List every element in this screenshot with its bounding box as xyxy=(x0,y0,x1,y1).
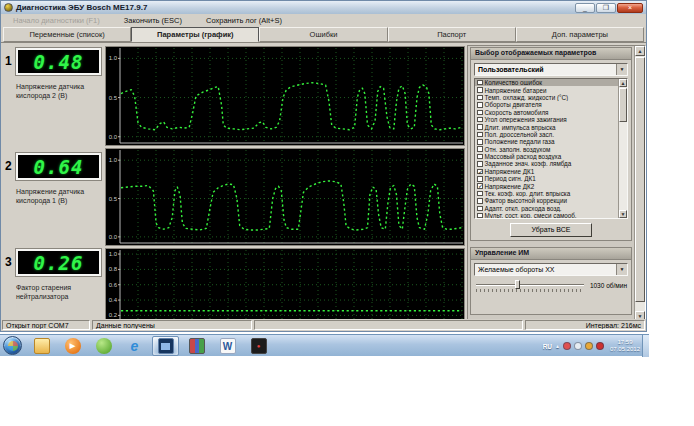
parameter-label: Напряжение батареи xyxy=(485,87,547,94)
parameter-label: Скорость автомобиля xyxy=(485,109,549,116)
status-bar: Открыт порт COM7 Данные получены Интерва… xyxy=(1,319,646,331)
system-tray: RU ▲ 17:59 07.05.2012 xyxy=(543,335,640,357)
checkbox[interactable] xyxy=(477,198,483,204)
checkbox[interactable] xyxy=(477,80,483,86)
volume-icon[interactable] xyxy=(574,342,582,350)
checkbox-checked[interactable]: ✓ xyxy=(477,169,483,175)
parameter-row-17[interactable]: Адапт. откл. расхода возд. xyxy=(475,205,627,212)
taskbar-item-browser[interactable]: e xyxy=(121,336,148,356)
taskbar-item-word[interactable]: W xyxy=(214,336,241,356)
parameter-row-10[interactable]: Массовый расход воздуха xyxy=(475,153,627,160)
actuator-dropdown[interactable]: Желаемые обороты XX ▼ xyxy=(474,263,628,276)
tab-4[interactable]: Доп. параметры xyxy=(516,27,644,42)
status-interval: Интервал: 216мс xyxy=(525,320,645,330)
start-button[interactable] xyxy=(3,336,22,355)
checkbox[interactable] xyxy=(477,124,483,130)
tab-1[interactable]: Параметры (график) xyxy=(131,27,259,42)
checkbox[interactable] xyxy=(477,213,483,219)
close-button[interactable]: × xyxy=(617,3,643,13)
utility-icon xyxy=(96,338,112,354)
menu-item-1[interactable]: Закончить (ESC) xyxy=(112,16,194,25)
parameter-label: Фактор высотной коррекции xyxy=(485,197,568,204)
list-scrollbar[interactable]: ▲ ▼ xyxy=(618,79,627,218)
rpm-slider[interactable] xyxy=(476,280,584,294)
parameter-label: Положение педали газа xyxy=(485,138,555,145)
hidden-icons-icon[interactable]: ▲ xyxy=(555,343,560,349)
titlebar[interactable]: Диагностика ЭБУ Bosch ME17.9.7 _ ❐ × xyxy=(1,1,646,14)
checkbox[interactable] xyxy=(477,176,483,182)
checkbox-checked[interactable]: ✓ xyxy=(477,183,483,189)
taskbar-item-ecu-tool[interactable]: ● xyxy=(245,336,272,356)
parameter-row-0[interactable]: Количество ошибок xyxy=(475,79,627,86)
parameter-row-15[interactable]: Тек. коэф. кор. длит. впрыска xyxy=(475,190,627,197)
checkbox[interactable] xyxy=(477,206,483,212)
checkbox[interactable] xyxy=(477,154,483,160)
show-desktop-button[interactable] xyxy=(642,335,649,357)
parameter-row-18[interactable]: Мульт. сост. кор. смеси самооб. xyxy=(475,212,627,219)
diagnostic-app-icon xyxy=(158,338,174,354)
minimize-button[interactable]: _ xyxy=(575,3,595,13)
window-title: Диагностика ЭБУ Bosch ME17.9.7 xyxy=(16,3,147,12)
winrar-icon xyxy=(189,338,205,354)
checkbox[interactable] xyxy=(477,102,483,108)
parameter-row-1[interactable]: Напряжение батареи xyxy=(475,86,627,93)
menu-item-2[interactable]: Сохранить лог (Alt+S) xyxy=(194,16,294,25)
scroll-thumb[interactable] xyxy=(635,57,645,302)
parameter-row-8[interactable]: Положение педали газа xyxy=(475,138,627,145)
taskbar-item-media-player[interactable]: ▶ xyxy=(59,336,86,356)
tab-2[interactable]: Ошибки xyxy=(259,27,387,42)
app-icon xyxy=(4,3,13,12)
list-scroll-up-icon[interactable]: ▲ xyxy=(619,79,627,87)
status-port: Открыт порт COM7 xyxy=(2,320,90,330)
chart-plot: 1.00.80.60.40.2 xyxy=(106,249,464,322)
clear-all-button[interactable]: Убрать ВСЕ xyxy=(510,223,592,237)
checkbox[interactable] xyxy=(477,161,483,167)
maximize-button[interactable]: ❐ xyxy=(596,3,616,13)
checkbox[interactable] xyxy=(477,191,483,197)
language-indicator[interactable]: RU xyxy=(543,343,552,350)
list-scroll-thumb[interactable] xyxy=(619,88,627,122)
right-panel: ▲ ▼ Выбор отображаемых параметров Пользо… xyxy=(467,45,646,322)
taskbar-item-utility[interactable] xyxy=(90,336,117,356)
checkbox[interactable] xyxy=(477,110,483,116)
readout-label: Фактор старения нейтрализатора xyxy=(16,283,102,301)
antivirus-icon[interactable] xyxy=(563,342,571,350)
svg-text:1.0: 1.0 xyxy=(109,55,118,61)
readout-number: 1 xyxy=(5,54,12,68)
scroll-up-icon[interactable]: ▲ xyxy=(635,46,645,56)
parameter-row-11[interactable]: Заданное знач. коэф. лямбда xyxy=(475,160,627,167)
parameter-row-12[interactable]: ✓Напряжение ДК1 xyxy=(475,168,627,175)
taskbar-item-explorer[interactable] xyxy=(28,336,55,356)
chevron-down-icon[interactable]: ▼ xyxy=(616,264,627,275)
parameter-row-16[interactable]: Фактор высотной коррекции xyxy=(475,197,627,204)
security-alert-icon[interactable] xyxy=(596,342,604,350)
tab-0[interactable]: Переменные (список) xyxy=(3,27,131,42)
checkbox[interactable] xyxy=(477,87,483,93)
checkbox[interactable] xyxy=(477,146,483,152)
taskbar-item-diagnostic-app[interactable] xyxy=(152,336,179,356)
parameter-row-3[interactable]: Обороты двигателя xyxy=(475,101,627,108)
taskbar-item-winrar[interactable] xyxy=(183,336,210,356)
checkbox[interactable] xyxy=(477,132,483,138)
list-scroll-down-icon[interactable]: ▼ xyxy=(619,210,627,218)
parameter-row-5[interactable]: Угол опережения зажигания xyxy=(475,116,627,123)
parameter-row-13[interactable]: Период сигн. ДК1 xyxy=(475,175,627,182)
parameter-row-6[interactable]: Длит. импульса впрыска xyxy=(475,123,627,130)
parameter-row-7[interactable]: Пол. дроссельной засл. xyxy=(475,131,627,138)
menu-bar: Начало диагностики (F1)Закончить (ESC)Со… xyxy=(1,14,646,27)
clock[interactable]: 17:59 07.05.2012 xyxy=(610,339,640,353)
parameter-row-2[interactable]: Темп. охлажд. жидкости (°C) xyxy=(475,94,627,101)
checkbox[interactable] xyxy=(477,139,483,145)
parameter-row-9[interactable]: Отн. заполн. воздухом xyxy=(475,146,627,153)
chevron-down-icon[interactable]: ▼ xyxy=(616,64,627,75)
slider-thumb[interactable] xyxy=(515,280,520,289)
parameter-row-14[interactable]: ✓Напряжение ДК2 xyxy=(475,182,627,189)
parameter-row-4[interactable]: Скорость автомобиля xyxy=(475,109,627,116)
parameter-list: ▲ ▼ Количество ошибокНапряжение батареиТ… xyxy=(474,78,628,219)
profile-dropdown[interactable]: Пользовательский ▼ xyxy=(474,63,628,76)
panel-scrollbar[interactable]: ▲ ▼ xyxy=(634,46,645,321)
checkbox[interactable] xyxy=(477,117,483,123)
checkbox[interactable] xyxy=(477,95,483,101)
tab-3[interactable]: Паспорт xyxy=(388,27,516,42)
update-icon[interactable] xyxy=(585,342,593,350)
